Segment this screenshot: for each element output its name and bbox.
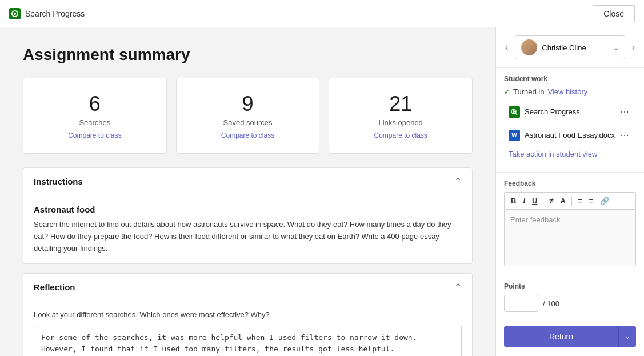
feedback-input[interactable] [504,209,636,266]
student-work-section: Student work ✓ Turned in View history [496,68,644,172]
stat-number-searches: 6 [33,92,157,116]
student-work-label: Student work [504,75,636,83]
return-section: Return ⌄ [496,319,644,354]
svg-line-5 [515,113,517,115]
instructions-chevron-icon: ⌃ [454,176,462,187]
toolbar-underline-button[interactable]: U [529,195,540,207]
instruction-text: Search the internet to find out details … [34,219,462,254]
stat-compare-searches[interactable]: Compare to class [33,131,157,139]
left-panel: Assignment summary 6 Searches Compare to… [0,27,495,356]
svg-point-4 [513,110,515,113]
stat-label-saved: Saved sources [186,118,310,127]
checkmark-icon: ✓ [504,88,510,96]
instructions-title: Instructions [34,177,83,186]
stat-number-links: 21 [338,92,463,116]
student-avatar [521,39,537,55]
reflection-question: Look at your different searches. Which o… [34,310,462,319]
svg-point-2 [14,13,16,15]
top-bar: Search Progress Close [0,0,644,27]
reflection-chevron-icon: ⌃ [454,282,462,293]
points-section: Points / 100 [496,275,644,319]
reflection-title: Reflection [34,282,75,292]
close-button[interactable]: Close [593,5,635,22]
student-name: Christie Cline [542,43,608,52]
stat-card-searches: 6 Searches Compare to class [23,78,167,154]
toolbar-divider-2 [571,197,572,206]
instructions-section: Instructions ⌃ Astronaut food Search the… [23,167,473,264]
next-student-button[interactable]: › [630,40,637,55]
stat-number-saved: 9 [186,92,310,116]
file-icon-search-progress [509,106,520,118]
file-menu-search-progress-button[interactable]: ⋯ [618,105,631,118]
return-dropdown-chevron-icon: ⌄ [625,333,630,341]
toolbar-numbered-button[interactable]: ≡ [586,195,597,207]
file-item-essay-left: W Astronaut Food Essay.docx [509,130,615,141]
stat-card-links: 21 Links opened Compare to class [329,78,473,154]
top-bar-left: Search Progress [9,8,85,19]
file-item-essay[interactable]: W Astronaut Food Essay.docx ⋯ [504,125,636,145]
feedback-toolbar: B I U ≠ A ≡ ≡ 🔗 [504,192,636,209]
toolbar-highlight-button[interactable]: A [558,195,569,207]
toolbar-bullet-button[interactable]: ≡ [575,195,585,207]
stat-compare-links[interactable]: Compare to class [338,131,463,139]
file-item-left: Search Progress [509,106,580,118]
points-row: / 100 [504,295,636,312]
take-action-link[interactable]: Take action in student view [504,149,636,165]
toolbar-link-button[interactable]: 🔗 [597,195,612,207]
reflection-answer-input[interactable] [34,326,462,356]
file-icon-essay: W [509,130,520,141]
stat-label-searches: Searches [33,118,157,127]
file-name-search-progress: Search Progress [525,107,580,116]
main-layout: Assignment summary 6 Searches Compare to… [0,27,644,356]
stat-card-saved: 9 Saved sources Compare to class [176,78,320,154]
points-input[interactable] [504,295,538,312]
app-logo-icon [9,8,21,19]
student-dropdown-chevron-icon: ⌄ [613,43,619,51]
reflection-section: Reflection ⌃ Look at your different sear… [23,273,473,356]
stats-row: 6 Searches Compare to class 9 Saved sour… [23,78,473,154]
assignment-title: Assignment summary [23,46,473,64]
file-item-search-progress[interactable]: Search Progress ⋯ [504,102,636,122]
stat-label-links: Links opened [338,118,463,127]
right-panel: ‹ Christie Cline ⌄ › Student work ✓ Turn… [495,27,644,356]
feedback-label: Feedback [504,179,636,187]
points-max: / 100 [543,299,559,308]
return-dropdown-button[interactable]: ⌄ [618,326,636,347]
file-menu-essay-button[interactable]: ⋯ [618,129,631,142]
app-title: Search Progress [25,9,85,18]
return-btn-row: Return ⌄ [504,326,636,347]
points-label: Points [504,282,636,290]
file-name-essay: Astronaut Food Essay.docx [525,131,615,139]
view-history-link[interactable]: View history [547,87,587,96]
prev-student-button[interactable]: ‹ [503,40,510,55]
toolbar-divider-1 [543,197,543,206]
instructions-header[interactable]: Instructions ⌃ [23,168,472,195]
toolbar-italic-button[interactable]: I [520,195,528,207]
stat-compare-saved[interactable]: Compare to class [186,131,310,139]
turned-in-row: ✓ Turned in View history [504,87,636,96]
student-avatar-image [521,39,537,55]
turned-in-text: Turned in [513,87,544,96]
feedback-section: Feedback B I U ≠ A ≡ ≡ 🔗 [496,172,644,275]
toolbar-strikethrough-button[interactable]: ≠ [546,195,556,207]
reflection-body: Look at your different searches. Which o… [23,301,472,356]
reflection-header[interactable]: Reflection ⌃ [23,274,472,301]
toolbar-bold-button[interactable]: B [508,195,519,207]
instructions-body: Astronaut food Search the internet to fi… [23,195,472,263]
return-button[interactable]: Return [504,326,618,347]
student-dropdown[interactable]: Christie Cline ⌄ [515,35,625,59]
instruction-title: Astronaut food [34,205,462,214]
student-selector: ‹ Christie Cline ⌄ › [496,27,644,68]
